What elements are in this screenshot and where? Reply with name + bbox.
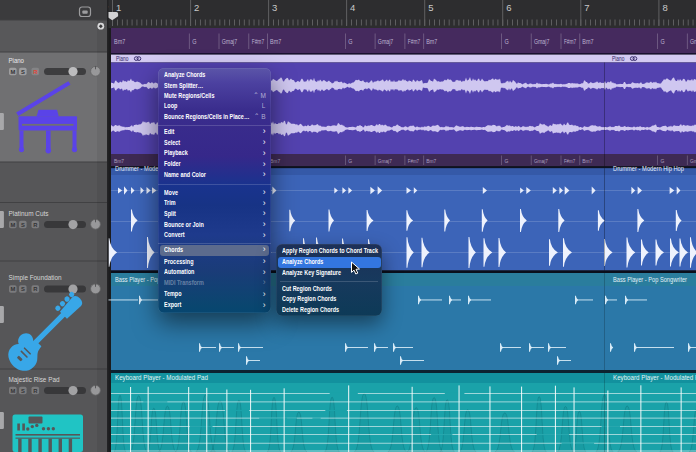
svg-text:M: M [10, 222, 15, 228]
svg-text:Bm7: Bm7 [270, 38, 282, 45]
svg-text:G: G [192, 38, 196, 45]
svg-text:Bm7: Bm7 [114, 158, 124, 164]
svg-text:Drummer - Modern Hip Hop: Drummer - Modern Hip Hop [613, 165, 684, 173]
svg-text:Keyboard Player - Modulated Pa: Keyboard Player - Modulated Pad [613, 374, 696, 382]
svg-text:Bm7: Bm7 [582, 158, 592, 164]
svg-text:Bm7: Bm7 [426, 38, 438, 45]
svg-text:6: 6 [506, 2, 511, 13]
svg-text:Bm7: Bm7 [426, 158, 436, 164]
svg-text:Bass Player - Pop Songwriter: Bass Player - Pop Songwriter [613, 276, 688, 284]
svg-text:Gmaj7: Gmaj7 [222, 38, 238, 46]
svg-text:Bm7: Bm7 [270, 158, 280, 164]
svg-text:S: S [21, 286, 25, 292]
svg-text:Piano: Piano [9, 56, 25, 65]
svg-text:2: 2 [194, 2, 199, 13]
svg-text:Gmaj7: Gmaj7 [690, 38, 696, 46]
svg-text:S: S [21, 388, 25, 394]
svg-text:Majestic Rise Pad: Majestic Rise Pad [9, 375, 60, 384]
svg-text:7: 7 [584, 2, 589, 13]
svg-text:M: M [10, 69, 15, 75]
svg-text:Gmaj7: Gmaj7 [534, 38, 550, 46]
svg-text:F#m7: F#m7 [408, 158, 419, 164]
svg-text:F#m7: F#m7 [408, 38, 421, 45]
svg-text:G: G [348, 158, 352, 164]
svg-text:Gmaj7: Gmaj7 [378, 38, 394, 46]
svg-text:4: 4 [350, 2, 355, 13]
svg-text:G: G [661, 158, 665, 164]
svg-text:F#m7: F#m7 [564, 38, 577, 45]
svg-text:Bm7: Bm7 [114, 38, 126, 45]
svg-text:G: G [504, 158, 508, 164]
svg-text:G: G [504, 38, 508, 45]
svg-text:Piano: Piano [116, 55, 129, 62]
svg-text:Bm7: Bm7 [582, 38, 594, 45]
svg-text:F#m7: F#m7 [252, 38, 265, 45]
svg-text:S: S [21, 222, 25, 228]
svg-text:Platinum Cuts: Platinum Cuts [9, 209, 49, 218]
svg-text:Simple Foundation: Simple Foundation [9, 273, 62, 282]
svg-text:G: G [661, 38, 665, 45]
svg-text:F#m7: F#m7 [564, 158, 575, 164]
svg-text:5: 5 [428, 2, 433, 13]
svg-text:Keyboard Player - Modulated Pa: Keyboard Player - Modulated Pad [115, 374, 208, 382]
svg-text:Gmaj7: Gmaj7 [534, 158, 548, 164]
svg-text:M: M [10, 388, 15, 394]
svg-text:S: S [21, 69, 25, 75]
svg-text:Piano: Piano [612, 55, 625, 62]
svg-text:Gmaj7: Gmaj7 [378, 158, 392, 164]
svg-text:8: 8 [662, 2, 667, 13]
svg-text:G: G [348, 38, 352, 45]
svg-text:3: 3 [272, 2, 277, 13]
svg-text:M: M [10, 286, 15, 292]
svg-text:Gmaj7: Gmaj7 [690, 158, 696, 164]
svg-text:1: 1 [116, 2, 121, 13]
